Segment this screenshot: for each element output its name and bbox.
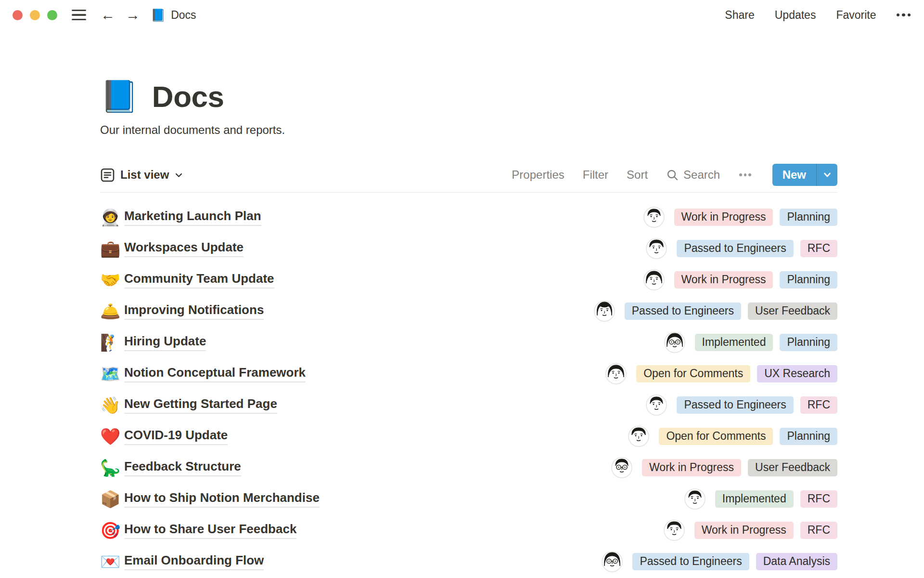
category-badge: RFC	[800, 522, 837, 539]
person-avatar	[602, 551, 623, 572]
page-link[interactable]: How to Share User Feedback	[124, 522, 296, 539]
page-link[interactable]: New Getting Started Page	[124, 396, 277, 414]
page-link[interactable]: COVID-19 Update	[124, 428, 228, 445]
document-list: 🧑‍🚀 Marketing Launch Plan Work in Progre…	[100, 193, 837, 577]
breadcrumb-title: Docs	[171, 9, 196, 22]
search-icon	[666, 169, 679, 182]
list-item[interactable]: 🗺️ Notion Conceptual Framework Open for …	[100, 358, 837, 389]
page-emoji-icon: 🗺️	[100, 363, 124, 384]
list-item[interactable]: 🤝 Community Team Update Work in Progress…	[100, 264, 837, 295]
breadcrumb[interactable]: 📘 Docs	[151, 9, 196, 22]
person-avatar	[611, 457, 632, 478]
page-emoji-icon: 🤝	[100, 269, 124, 290]
chevron-down-icon	[822, 170, 832, 180]
new-dropdown-button[interactable]	[817, 164, 837, 186]
page-link[interactable]: Notion Conceptual Framework	[124, 365, 306, 382]
page-link[interactable]: Improving Notifications	[124, 302, 264, 320]
status-badge: Passed to Engineers	[625, 302, 741, 320]
person-avatar	[594, 301, 615, 322]
updates-button[interactable]: Updates	[775, 9, 816, 22]
list-item[interactable]: 🦕 Feedback Structure Work in Progress Us…	[100, 452, 837, 483]
category-badge: Data Analysis	[756, 553, 837, 570]
status-badge: Open for Comments	[636, 365, 750, 382]
page-description[interactable]: Our internal documents and reports.	[100, 123, 837, 137]
list-item[interactable]: 🎯 How to Share User Feedback Work in Pro…	[100, 514, 837, 546]
person-avatar	[643, 269, 665, 290]
status-badge: Work in Progress	[694, 522, 794, 539]
new-button[interactable]: New	[772, 164, 816, 186]
new-button-group: New	[772, 164, 837, 186]
close-window-icon[interactable]	[13, 10, 23, 20]
page-icon[interactable]: 📘	[100, 78, 139, 115]
search-label: Search	[683, 168, 720, 182]
person-avatar	[646, 394, 667, 416]
filter-button[interactable]: Filter	[583, 168, 608, 182]
category-badge: User Feedback	[748, 459, 837, 476]
category-badge: User Feedback	[748, 302, 837, 320]
traffic-lights	[13, 10, 57, 20]
person-avatar	[605, 363, 627, 384]
search-button[interactable]: Search	[666, 168, 720, 182]
page-link[interactable]: Feedback Structure	[124, 459, 241, 476]
person-avatar	[684, 488, 706, 510]
properties-button[interactable]: Properties	[512, 168, 564, 182]
page-title[interactable]: Docs	[152, 79, 224, 114]
minimize-window-icon[interactable]	[30, 10, 40, 20]
page-emoji-icon: 💼	[100, 238, 124, 259]
category-badge: UX Research	[757, 365, 837, 382]
forward-icon[interactable]: →	[126, 8, 140, 22]
category-badge: RFC	[800, 490, 837, 508]
page-emoji-icon: 💌	[100, 551, 124, 572]
page-emoji-icon: 🛎️	[100, 301, 124, 322]
page-link[interactable]: Marketing Launch Plan	[124, 209, 261, 226]
person-avatar	[628, 426, 649, 447]
toolbar-more-icon[interactable]	[738, 173, 752, 176]
page-link[interactable]: Hiring Update	[124, 334, 206, 351]
list-item[interactable]: 📦 How to Ship Notion Merchandise Impleme…	[100, 483, 837, 514]
database-toolbar: List view Properties Filter Sort Search …	[100, 163, 837, 187]
status-badge: Work in Progress	[642, 459, 741, 476]
status-badge: Open for Comments	[659, 428, 773, 445]
list-item[interactable]: ❤️ COVID-19 Update Open for Comments Pla…	[100, 420, 837, 452]
page-link[interactable]: Community Team Update	[124, 271, 274, 289]
chevron-down-icon	[174, 171, 183, 180]
person-avatar	[664, 332, 685, 353]
sort-button[interactable]: Sort	[627, 168, 648, 182]
more-options-icon[interactable]	[897, 13, 911, 17]
category-badge: Planning	[780, 428, 837, 445]
person-avatar	[664, 520, 685, 541]
page-emoji-icon: 🎯	[100, 520, 124, 541]
person-avatar	[646, 238, 667, 259]
person-avatar	[643, 207, 665, 228]
category-badge: Planning	[780, 334, 837, 351]
zoom-window-icon[interactable]	[47, 10, 57, 20]
favorite-button[interactable]: Favorite	[836, 9, 876, 22]
category-badge: RFC	[800, 240, 837, 257]
page-link[interactable]: How to Ship Notion Merchandise	[124, 490, 320, 508]
doc-book-icon: 📘	[151, 9, 166, 21]
list-item[interactable]: 🧗 Hiring Update Implemented Planning	[100, 327, 837, 358]
page-emoji-icon: 👋	[100, 394, 124, 416]
page-emoji-icon: ❤️	[100, 426, 124, 447]
page-emoji-icon: 🧑‍🚀	[100, 207, 124, 228]
view-switcher[interactable]: List view	[100, 168, 183, 183]
status-badge: Work in Progress	[674, 271, 773, 289]
share-button[interactable]: Share	[725, 9, 754, 22]
status-badge: Passed to Engineers	[632, 553, 749, 570]
list-item[interactable]: 🧑‍🚀 Marketing Launch Plan Work in Progre…	[100, 201, 837, 233]
list-item[interactable]: 💼 Workspaces Update Passed to Engineers …	[100, 233, 837, 264]
page-emoji-icon: 📦	[100, 488, 124, 510]
category-badge: Planning	[780, 271, 837, 289]
list-view-icon	[100, 168, 115, 183]
page-emoji-icon: 🧗	[100, 332, 124, 353]
list-item[interactable]: 👋 New Getting Started Page Passed to Eng…	[100, 389, 837, 420]
sidebar-menu-icon[interactable]	[72, 10, 86, 21]
back-icon[interactable]: ←	[101, 8, 115, 22]
window-titlebar: ← → 📘 Docs Share Updates Favorite	[0, 0, 924, 30]
page-link[interactable]: Email Onboarding Flow	[124, 553, 264, 570]
page-link[interactable]: Workspaces Update	[124, 240, 244, 257]
status-badge: Work in Progress	[674, 209, 773, 226]
status-badge: Passed to Engineers	[677, 240, 793, 257]
list-item[interactable]: 💌 Email Onboarding Flow Passed to Engine…	[100, 546, 837, 577]
list-item[interactable]: 🛎️ Improving Notifications Passed to Eng…	[100, 295, 837, 327]
